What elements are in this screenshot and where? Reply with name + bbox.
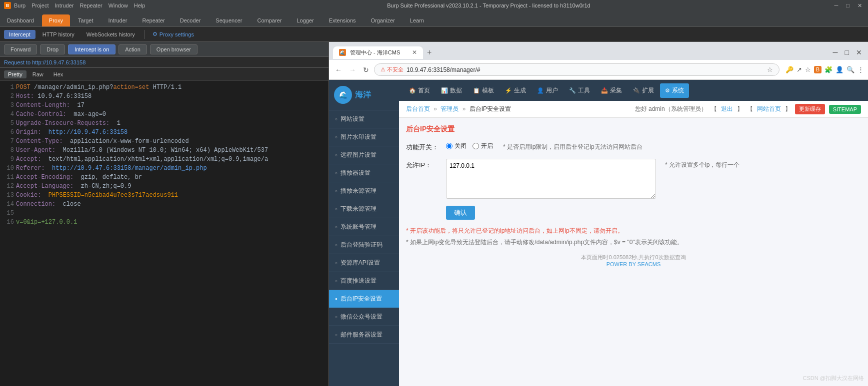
forward-button[interactable]: Forward (4, 44, 37, 54)
cms-ip-settings: 后台IP安全设置 功能开关： 关闭 开启 (399, 118, 868, 386)
menu-window[interactable]: Window (108, 2, 128, 8)
sidebar-item-account-mgmt[interactable]: ○ 系统账号管理 (329, 218, 399, 236)
tab-comparer[interactable]: Comparer (250, 14, 289, 26)
topnav-system[interactable]: ⚙ 系统 (660, 83, 689, 98)
topnav-home[interactable]: 🏠 首页 (404, 83, 435, 98)
topnav-collect-label: 采集 (610, 86, 622, 95)
tab-organizer[interactable]: Organizer (364, 14, 402, 26)
minimize-button[interactable]: ─ (832, 2, 840, 8)
tab-learn[interactable]: Learn (403, 14, 431, 26)
settings-browser-icon[interactable]: ⋮ (858, 66, 864, 73)
forward-nav-button[interactable]: → (347, 65, 358, 75)
search-browser-icon[interactable]: 🔍 (846, 66, 854, 73)
browser-tab-active[interactable]: 🌊 管理中心 - 海洋CMS ✕ (333, 46, 423, 59)
subtab-intercept[interactable]: Intercept (4, 30, 36, 39)
topnav-collect[interactable]: 📥 采集 (596, 83, 627, 98)
sidebar-item-api-settings[interactable]: ○ 资源库API设置 (329, 254, 399, 272)
password-icon[interactable]: 🔑 (786, 66, 794, 73)
sidebar-item-download-source[interactable]: ○ 下载来源管理 (329, 200, 399, 218)
topnav-user[interactable]: 👤 用户 (532, 83, 563, 98)
sidebar-item-watermark[interactable]: ○ 图片水印设置 (329, 128, 399, 146)
sidebar-item-baidu-push[interactable]: ○ 百度推送设置 (329, 272, 399, 290)
format-pretty[interactable]: Pretty (4, 70, 26, 78)
nav-dot: ○ (335, 171, 338, 175)
request-content[interactable]: 1 POST /manager/admin_ip.php?action=set … (0, 81, 328, 386)
new-tab-button[interactable]: + (425, 48, 434, 57)
radio-on-label[interactable]: 开启 (472, 142, 493, 150)
sidebar-label-ip-security: 后台IP安全设置 (340, 295, 382, 303)
toolbar-icons: 🔑 ↗ ☆ B 🧩 👤 🔍 ⋮ (786, 66, 864, 73)
ext-icon2[interactable]: 🧩 (824, 66, 832, 73)
submit-spacer (406, 206, 441, 208)
sidebar-item-wechat[interactable]: ○ 微信公众号设置 (329, 308, 399, 326)
burp-icon: B (4, 2, 11, 9)
bookmark-icon[interactable]: ☆ (805, 66, 811, 73)
topnav-tools[interactable]: 🔧 工具 (564, 83, 595, 98)
tab-repeater[interactable]: Repeater (135, 14, 172, 26)
topnav-data[interactable]: 📊 数据 (436, 83, 467, 98)
sidebar-item-mail-server[interactable]: ○ 邮件服务器设置 (329, 326, 399, 344)
menu-project[interactable]: Project (32, 2, 48, 8)
share-icon[interactable]: ↗ (796, 66, 802, 73)
maximize-button[interactable]: □ (844, 2, 852, 8)
ext-icon3[interactable]: 👤 (836, 66, 844, 73)
subtab-websockets[interactable]: WebSockets history (82, 30, 140, 39)
menu-burp[interactable]: Burp (14, 2, 26, 8)
intercept-button[interactable]: Intercept is on (68, 44, 116, 54)
request-line-5: 5 Upgrade-Insecure-Requests: 1 (4, 119, 324, 128)
allow-ip-textarea[interactable]: 127.0.0.1 (446, 159, 656, 199)
topnav-generate[interactable]: ⚡ 生成 (500, 83, 531, 98)
sidebar-item-ip-security[interactable]: ● 后台IP安全设置 (329, 290, 399, 308)
tab-intruder[interactable]: Intruder (102, 14, 134, 26)
tab-proxy[interactable]: Proxy (42, 14, 70, 26)
close-button[interactable]: ✕ (856, 2, 864, 9)
browser-minimize[interactable]: ─ (831, 48, 840, 56)
url-text[interactable]: 10.9.47.6:33158/manager/# (406, 66, 764, 73)
sidebar-item-remote-image[interactable]: ○ 远程图片设置 (329, 146, 399, 164)
subtab-http-history[interactable]: HTTP history (38, 30, 80, 39)
menu-intruder[interactable]: Intruder (55, 2, 74, 8)
open-browser-button[interactable]: Open browser (150, 44, 198, 54)
tab-close-button[interactable]: ✕ (412, 49, 417, 56)
radio-off-label[interactable]: 关闭 (446, 142, 466, 150)
menu-repeater[interactable]: Repeater (80, 2, 102, 8)
sidebar-item-player[interactable]: ○ 播放器设置 (329, 164, 399, 182)
sidebar-item-login-captcha[interactable]: ○ 后台登陆验证码 (329, 236, 399, 254)
topnav-extend[interactable]: 🔌 扩展 (628, 83, 659, 98)
radio-off[interactable] (446, 143, 452, 149)
cms-top-nav: 🏠 首页 📊 数据 📋 模板 ⚡ 生成 (399, 80, 868, 101)
feature-switch-radios: 关闭 开启 * 是否启用ip限制，启用后非登记ip无法访问网站后台 (446, 141, 861, 151)
topnav-template[interactable]: 📋 模板 (468, 83, 499, 98)
footer-power: POWER BY SEACMS (406, 261, 861, 267)
tab-decoder[interactable]: Decoder (173, 14, 208, 26)
tab-logger[interactable]: Logger (290, 14, 320, 26)
star-icon[interactable]: ☆ (767, 66, 773, 73)
tab-sequencer[interactable]: Sequencer (208, 14, 249, 26)
confirm-button[interactable]: 确认 (446, 206, 475, 220)
tab-dashboard[interactable]: Dashboard (0, 14, 41, 26)
proxy-settings-link[interactable]: ⚙ Proxy settings (152, 31, 194, 37)
breadcrumb-admin-link[interactable]: 管理员 (440, 105, 458, 112)
tab-extensions[interactable]: Extensions (322, 14, 363, 26)
browser-close[interactable]: ✕ (854, 48, 864, 56)
sidebar-item-play-source[interactable]: ○ 播放来源管理 (329, 182, 399, 200)
menu-help[interactable]: Help (134, 2, 146, 8)
topnav-tools-label: 工具 (578, 86, 590, 95)
radio-on[interactable] (472, 143, 479, 149)
browser-maximize[interactable]: □ (843, 48, 851, 56)
action-button[interactable]: Action (118, 44, 147, 54)
burp-ext-icon[interactable]: B (814, 66, 822, 73)
site-home-link[interactable]: 网站首页 (757, 105, 781, 113)
format-hex[interactable]: Hex (50, 70, 68, 78)
logout-link[interactable]: 退出 (721, 105, 733, 113)
back-button[interactable]: ← (333, 65, 344, 75)
update-cache-button[interactable]: 更新缓存 (795, 104, 825, 114)
refresh-button[interactable]: ↻ (361, 65, 371, 75)
format-raw[interactable]: Raw (28, 70, 48, 78)
sidebar-item-website-settings[interactable]: ○ 网站设置 (329, 110, 399, 128)
tab-target[interactable]: Target (71, 14, 100, 26)
sitemap-button[interactable]: SITEMAP (829, 105, 861, 114)
drop-button[interactable]: Drop (40, 44, 65, 54)
breadcrumb-home-link[interactable]: 后台首页 (406, 105, 430, 112)
url-bar[interactable]: ⚠ 不安全 10.9.47.6:33158/manager/# ☆ (374, 63, 780, 76)
